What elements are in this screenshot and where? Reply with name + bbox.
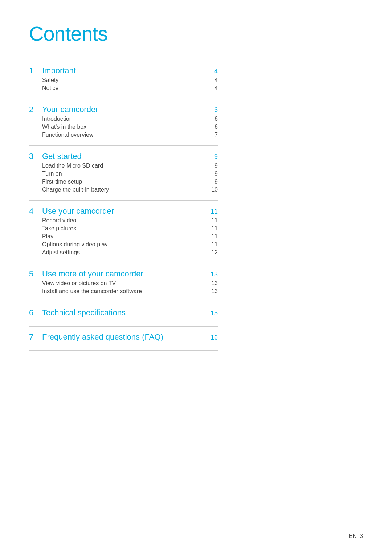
toc-main-left-1: 1Important [29, 66, 76, 75]
toc-subitems-3: Load the Micro SD card9Turn on9First-tim… [29, 163, 218, 193]
toc-sub-page: 11 [211, 217, 218, 224]
toc-sub-row: Functional overview7 [42, 132, 218, 138]
toc-number-6: 6 [29, 308, 36, 317]
toc-sub-page: 13 [211, 288, 218, 295]
toc-number-5: 5 [29, 269, 36, 279]
toc-main-row-5: 5Use more of your camcorder13 [29, 269, 218, 279]
page: Contents 1Important4Safety4Notice42Your … [0, 0, 392, 554]
toc-title-7: Frequently asked questions (FAQ) [42, 332, 163, 342]
toc-subitems-1: Safety4Notice4 [29, 77, 218, 91]
toc-sub-title: Play [42, 233, 53, 240]
toc-sub-row: View video or pictures on TV13 [42, 280, 218, 287]
toc-sub-title: Install and use the camcorder software [42, 288, 142, 295]
toc-main-row-3: 3Get started9 [29, 152, 218, 161]
toc-sub-page: 11 [211, 233, 218, 240]
toc-sub-title: Notice [42, 85, 58, 91]
toc-sub-title: Options during video play [42, 241, 108, 248]
toc-sub-page: 11 [211, 225, 218, 232]
toc-sub-row: Notice4 [42, 85, 218, 91]
toc-sub-page: 10 [211, 186, 218, 193]
toc-sub-row: Introduction6 [42, 116, 218, 122]
toc-section-1: 1Important4Safety4Notice4 [29, 60, 218, 99]
toc-number-1: 1 [29, 66, 36, 75]
toc-sub-page: 6 [215, 116, 218, 122]
toc-sub-page: 12 [211, 249, 218, 256]
toc-sub-page: 4 [215, 85, 218, 91]
toc-main-row-4: 4Use your camcorder11 [29, 206, 218, 216]
toc-sub-title: Adjust settings [42, 249, 80, 256]
toc-title-3: Get started [42, 152, 82, 161]
toc-sub-title: Record video [42, 217, 76, 224]
toc-sub-title: Introduction [42, 116, 73, 122]
toc-sub-row: Turn on9 [42, 171, 218, 177]
toc-main-row-1: 1Important4 [29, 66, 218, 75]
toc-sub-row: Adjust settings12 [42, 249, 218, 256]
toc-container: 1Important4Safety4Notice42Your camcorder… [29, 60, 218, 351]
toc-sub-page: 9 [215, 171, 218, 177]
toc-main-left-4: 4Use your camcorder [29, 206, 114, 216]
toc-sub-page: 13 [211, 280, 218, 287]
toc-main-row-2: 2Your camcorder6 [29, 105, 218, 114]
toc-section-2: 2Your camcorder6Introduction6What's in t… [29, 99, 218, 145]
toc-sub-title: Safety [42, 77, 58, 83]
toc-main-page-2: 6 [214, 106, 218, 114]
toc-sub-row: Take pictures11 [42, 225, 218, 232]
toc-sub-title: What's in the box [42, 124, 86, 130]
toc-sub-row: Options during video play11 [42, 241, 218, 248]
toc-sub-page: 4 [215, 77, 218, 83]
toc-main-page-5: 13 [211, 271, 218, 278]
toc-sub-row: Play11 [42, 233, 218, 240]
toc-sub-row: Record video11 [42, 217, 218, 224]
toc-number-4: 4 [29, 206, 36, 216]
toc-sub-page: 7 [215, 132, 218, 138]
toc-sub-title: Load the Micro SD card [42, 163, 103, 169]
toc-title-5: Use more of your camcorder [42, 269, 143, 279]
toc-number-2: 2 [29, 105, 36, 114]
toc-title-4: Use your camcorder [42, 206, 114, 216]
footer-lang: EN [349, 533, 357, 539]
toc-sub-row: Load the Micro SD card9 [42, 163, 218, 169]
toc-sub-page: 9 [215, 163, 218, 169]
toc-sub-title: First-time setup [42, 178, 82, 185]
toc-sub-page: 9 [215, 178, 218, 185]
page-title: Contents [29, 22, 363, 45]
toc-subitems-2: Introduction6What's in the box6Functiona… [29, 116, 218, 138]
toc-main-page-1: 4 [214, 67, 218, 75]
toc-main-row-6: 6Technical specifications15 [29, 308, 218, 317]
toc-main-row-7: 7Frequently asked questions (FAQ)16 [29, 332, 218, 342]
toc-sub-title: View video or pictures on TV [42, 280, 116, 287]
toc-number-3: 3 [29, 152, 36, 161]
toc-main-left-2: 2Your camcorder [29, 105, 98, 114]
toc-sub-title: Turn on [42, 171, 62, 177]
toc-section-5: 5Use more of your camcorder13View video … [29, 263, 218, 302]
toc-section-7: 7Frequently asked questions (FAQ)16 [29, 326, 218, 351]
toc-main-left-5: 5Use more of your camcorder [29, 269, 143, 279]
toc-main-left-6: 6Technical specifications [29, 308, 126, 317]
toc-sub-title: Functional overview [42, 132, 93, 138]
toc-main-left-3: 3Get started [29, 152, 82, 161]
toc-sub-title: Charge the built-in battery [42, 186, 109, 193]
toc-main-page-3: 9 [214, 153, 218, 161]
toc-title-6: Technical specifications [42, 308, 126, 317]
toc-sub-row: Charge the built-in battery10 [42, 186, 218, 193]
toc-sub-page: 6 [215, 124, 218, 130]
toc-section-3: 3Get started9Load the Micro SD card9Turn… [29, 145, 218, 200]
toc-sub-row: What's in the box6 [42, 124, 218, 130]
toc-title-2: Your camcorder [42, 105, 98, 114]
toc-title-1: Important [42, 66, 76, 75]
toc-main-page-6: 15 [211, 309, 218, 317]
toc-sub-page: 11 [211, 241, 218, 248]
toc-sub-title: Take pictures [42, 225, 76, 232]
toc-main-left-7: 7Frequently asked questions (FAQ) [29, 332, 163, 342]
footer-page: 3 [360, 533, 363, 539]
toc-section-6: 6Technical specifications15 [29, 302, 218, 326]
toc-subitems-5: View video or pictures on TV13Install an… [29, 280, 218, 295]
toc-section-4: 4Use your camcorder11Record video11Take … [29, 200, 218, 263]
toc-sub-row: Safety4 [42, 77, 218, 83]
toc-number-7: 7 [29, 332, 36, 342]
toc-main-page-4: 11 [211, 208, 218, 216]
toc-sub-row: First-time setup9 [42, 178, 218, 185]
toc-sub-row: Install and use the camcorder software13 [42, 288, 218, 295]
toc-subitems-4: Record video11Take pictures11Play11Optio… [29, 217, 218, 256]
toc-main-page-7: 16 [211, 334, 218, 341]
